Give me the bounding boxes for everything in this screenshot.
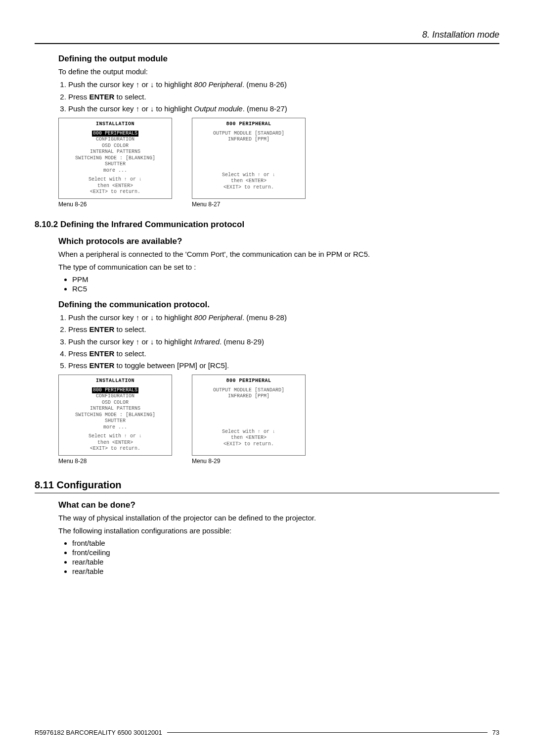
step-text: . (menu 8-26)	[242, 80, 287, 89]
steps-comm-protocol: Push the cursor key ↑ or ↓ to highlight …	[58, 313, 499, 371]
menu-body: OUTPUT MODULE [STANDARD] INFRARED [PPM]	[192, 386, 305, 427]
list-item: rear/table	[72, 558, 499, 566]
list-item: front/table	[72, 539, 499, 547]
step: Push the cursor key ↑ or ↓ to highlight …	[68, 337, 499, 347]
protocols-p2: The type of communication can be set to …	[58, 262, 499, 272]
step-text: Push the cursor key ↑ or ↓ to highlight	[68, 313, 194, 322]
step-text: Push the cursor key ↑ or ↓ to highlight	[68, 104, 194, 113]
menu-item: CONFIGURATION	[96, 393, 134, 399]
menu-item: CONFIGURATION	[96, 137, 134, 142]
heading-output-module: Defining the output module	[58, 54, 499, 64]
page-header-title: 8. Installation mode	[35, 30, 499, 40]
menu-caption-827: Menu 8-27	[192, 201, 306, 208]
menu-item: INFRARED [PPM]	[228, 137, 269, 142]
step-text: Push the cursor key ↑ or ↓ to highlight	[68, 337, 194, 346]
menu-hint: then <ENTER>	[97, 440, 133, 445]
menu-title: INSTALLATION	[59, 118, 172, 130]
step-text: Push the cursor key ↑ or ↓ to highlight	[68, 80, 194, 89]
protocols-list: PPM RC5	[58, 275, 499, 293]
menu-footer: Select with ↑ or ↓ then <ENTER> <EXIT> t…	[192, 427, 305, 449]
menu-item: INTERNAL PATTERNS	[90, 149, 140, 154]
menu-hint: Select with ↑ or ↓	[89, 433, 142, 439]
menu-hint: <EXIT> to return.	[90, 189, 140, 194]
step: Press ENTER to select.	[68, 349, 499, 359]
menu-hint: then <ENTER>	[231, 178, 267, 184]
menu-caption-829: Menu 8-29	[192, 458, 306, 465]
menu-hint: then <ENTER>	[231, 435, 267, 440]
step-key: ENTER	[89, 325, 115, 333]
menu-item: more ...	[103, 425, 127, 430]
step-text: to select.	[114, 349, 146, 358]
menu-body: 800 PERIPHERALS CONFIGURATION OSD COLOR …	[59, 130, 172, 175]
footer-page-number: 73	[492, 729, 499, 736]
menu-item: SWITCHING MODE : [BLANKING]	[75, 155, 155, 161]
menu-item: SWITCHING MODE : [BLANKING]	[75, 412, 155, 418]
heading-what-can-be-done: What can be done?	[58, 500, 499, 510]
menu-item: more ...	[103, 168, 127, 173]
step: Push the cursor key ↑ or ↓ to highlight …	[68, 104, 499, 114]
menu-body: OUTPUT MODULE [STANDARD] INFRARED [PPM]	[192, 130, 305, 170]
config-p1: The way of physical installation of the …	[58, 513, 499, 523]
step-text: Press	[68, 361, 89, 370]
step-key: ENTER	[89, 361, 115, 370]
menu-footer: Select with ↑ or ↓ then <ENTER> <EXIT> t…	[59, 431, 172, 453]
menu-hint: then <ENTER>	[97, 183, 133, 189]
step: Push the cursor key ↑ or ↓ to highlight …	[68, 80, 499, 90]
steps-output-module: Push the cursor key ↑ or ↓ to highlight …	[58, 80, 499, 114]
menu-title: INSTALLATION	[59, 375, 172, 386]
header-rule	[35, 43, 499, 44]
section-rule	[35, 493, 499, 493]
config-list: front/table front/ceiling rear/table rea…	[58, 539, 499, 575]
step: Press ENTER to select.	[68, 92, 499, 102]
menu-item: OUTPUT MODULE [STANDARD]	[213, 131, 284, 136]
menu-title: 800 PERIPHERAL	[192, 375, 305, 386]
step-text: to select.	[114, 325, 146, 333]
step-text: Press	[68, 325, 89, 333]
step-ref: Infrared	[194, 337, 220, 346]
menu-peripheral-829: 800 PERIPHERAL OUTPUT MODULE [STANDARD] …	[192, 375, 306, 456]
step-key: ENTER	[89, 93, 115, 101]
list-item: PPM	[72, 275, 499, 284]
step-key: ENTER	[89, 349, 115, 358]
menu-item-highlighted: 800 PERIPHERALS	[92, 387, 138, 394]
step-ref: 800 Peripheral	[194, 80, 242, 89]
step-text: . (menu 8-28)	[242, 313, 287, 322]
menu-footer: Select with ↑ or ↓ then <ENTER> <EXIT> t…	[192, 170, 305, 192]
menu-hint: <EXIT> to return.	[90, 446, 140, 451]
menu-hint: <EXIT> to return.	[223, 441, 274, 447]
footer-rule	[167, 732, 488, 733]
list-item: RC5	[72, 284, 499, 293]
menu-item: SHUTTER	[105, 161, 126, 167]
step-text: Press	[68, 349, 89, 358]
step-text: to select.	[114, 93, 146, 101]
menu-footer: Select with ↑ or ↓ then <ENTER> <EXIT> t…	[59, 175, 172, 196]
step-ref: 800 Peripheral	[194, 313, 242, 322]
heading-8-10-2: 8.10.2 Defining the Infrared Communicati…	[35, 220, 499, 230]
step: Press ENTER to toggle between [PPM] or […	[68, 361, 499, 371]
menu-caption-828: Menu 8-28	[58, 458, 172, 465]
menu-peripheral-827: 800 PERIPHERAL OUTPUT MODULE [STANDARD] …	[192, 118, 306, 199]
menu-item: OSD COLOR	[102, 143, 129, 148]
menu-item: OSD COLOR	[102, 400, 129, 405]
step-text: Press	[68, 93, 89, 101]
footer-left: R5976182 BARCOREALITY 6500 30012001	[35, 729, 162, 736]
heading-which-protocols: Which protocols are available?	[58, 236, 499, 246]
protocols-p1: When a peripheral is connected to the 'C…	[58, 249, 499, 259]
menu-body: 800 PERIPHERALS CONFIGURATION OSD COLOR …	[59, 386, 172, 432]
menu-item: OUTPUT MODULE [STANDARD]	[213, 387, 284, 393]
step: Push the cursor key ↑ or ↓ to highlight …	[68, 313, 499, 323]
step-ref: Output module	[194, 104, 242, 113]
list-item: front/ceiling	[72, 548, 499, 557]
step-text: to toggle between [PPM] or [RC5].	[114, 361, 229, 370]
menu-hint: Select with ↑ or ↓	[222, 429, 275, 434]
step: Press ENTER to select.	[68, 325, 499, 334]
heading-8-11: 8.11 Configuration	[35, 479, 499, 491]
menu-hint: <EXIT> to return.	[223, 185, 274, 190]
menu-item: INTERNAL PATTERNS	[90, 406, 140, 411]
intro-output-module: To define the output modul:	[58, 67, 499, 77]
menu-title: 800 PERIPHERAL	[192, 118, 305, 130]
step-text: . (menu 8-29)	[220, 337, 264, 346]
menu-installation-828: INSTALLATION 800 PERIPHERALS CONFIGURATI…	[58, 375, 172, 456]
menu-installation-826: INSTALLATION 800 PERIPHERALS CONFIGURATI…	[58, 118, 172, 199]
menu-hint: Select with ↑ or ↓	[222, 172, 275, 178]
